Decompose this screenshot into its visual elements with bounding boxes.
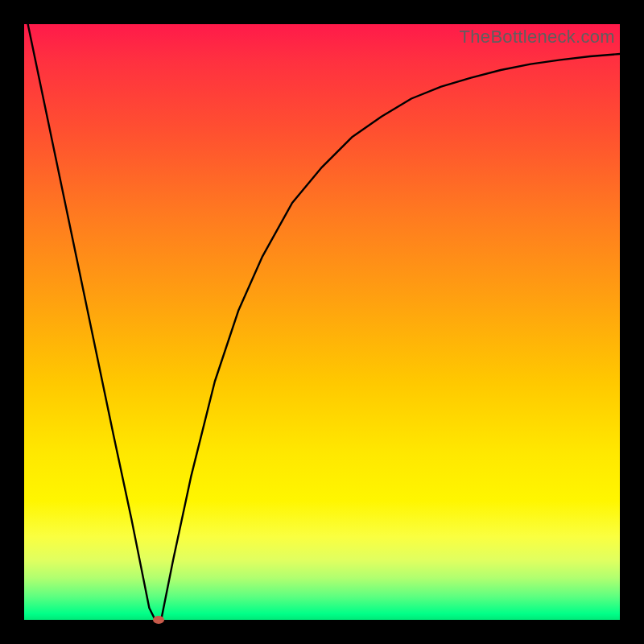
- plot-area: TheBottleneck.com: [24, 24, 620, 620]
- optimum-marker: [153, 616, 164, 624]
- bottleneck-curve: [24, 24, 620, 620]
- chart-frame: TheBottleneck.com: [0, 0, 644, 644]
